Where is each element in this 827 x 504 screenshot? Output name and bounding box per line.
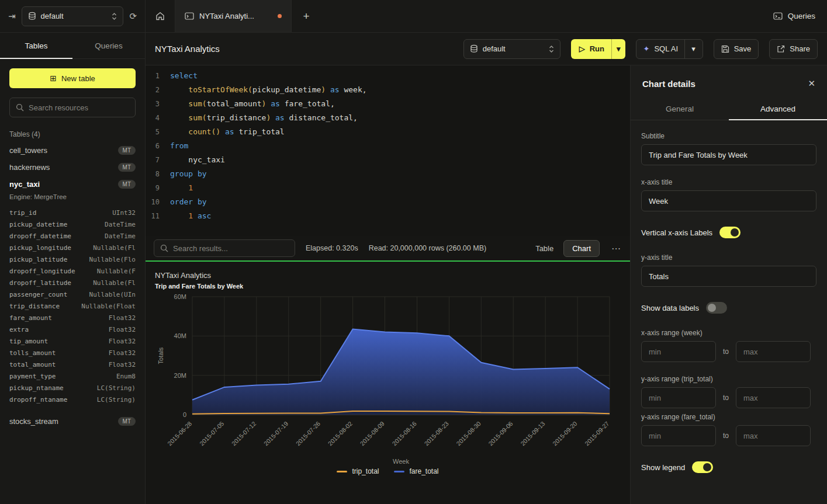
- show-data-labels-toggle[interactable]: [706, 302, 727, 314]
- vertical-x-labels-toggle[interactable]: [719, 227, 741, 238]
- view-table-button[interactable]: Table: [527, 240, 562, 257]
- save-icon: [721, 45, 729, 53]
- sql-ai-chevron-icon[interactable]: ▾: [691, 44, 695, 53]
- y-axis-range-fare-field: y-axis range (fare_total) to: [641, 413, 816, 446]
- show-legend-toggle[interactable]: [692, 461, 713, 473]
- table-name: stocks_stream: [9, 417, 58, 426]
- queries-button[interactable]: Queries: [773, 12, 815, 20]
- legend-item-trip_total[interactable]: trip_total: [337, 467, 379, 475]
- results-more-options-icon[interactable]: ⋯: [610, 243, 622, 254]
- share-icon: [777, 45, 785, 53]
- line-number: 6: [146, 139, 170, 153]
- tab-advanced[interactable]: Advanced: [729, 98, 827, 120]
- collapse-sidebar-icon[interactable]: ⇥: [8, 12, 16, 20]
- code-line[interactable]: 5 count() as trip_total: [146, 125, 630, 139]
- chart-area: 020M40M60M2015-06-282015-07-052015-07-12…: [155, 291, 621, 467]
- new-tab-button[interactable]: +: [292, 0, 321, 32]
- database-selector[interactable]: default: [22, 6, 124, 26]
- line-number: 7: [146, 153, 170, 167]
- code-line[interactable]: 9 1: [146, 181, 630, 195]
- sidebar-tab-queries[interactable]: Queries: [72, 33, 145, 58]
- code-line[interactable]: 11 1 asc: [146, 209, 630, 223]
- y-axis-title-input[interactable]: [641, 266, 816, 287]
- top-bar: ⇥ default ⟳ NYTaxi Analyti...: [0, 0, 827, 33]
- y-axis-range-fare-label: y-axis range (fare_total): [641, 413, 816, 421]
- engine-badge: MT: [118, 417, 136, 426]
- run-options-chevron[interactable]: ▾: [611, 39, 625, 59]
- tab-title: NYTaxi Analyti...: [199, 12, 254, 20]
- legend-item-fare_total[interactable]: fare_total: [394, 467, 438, 475]
- run-label: Run: [590, 44, 604, 53]
- panel-title: Chart details: [642, 79, 695, 89]
- x-axis-title-input[interactable]: [641, 190, 816, 211]
- y-range-trip-min-input[interactable]: [641, 387, 716, 408]
- search-results-input[interactable]: [173, 244, 289, 253]
- topbar-right-section: Queries: [773, 12, 827, 20]
- tables-count-label: Tables (4): [0, 126, 145, 142]
- y-axis-range-trip-label: y-axis range (trip_total): [641, 375, 816, 383]
- x-axis-range-label: x-axis range (week): [641, 329, 816, 337]
- engine-badge: MT: [118, 163, 136, 172]
- x-tick-label: 2015-09-06: [487, 420, 514, 447]
- search-icon: [160, 244, 168, 252]
- sql-editor[interactable]: 1select2 toStartOfWeek(pickup_datetime) …: [146, 65, 630, 236]
- table-item-cell_towers[interactable]: cell_towersMT: [0, 142, 145, 159]
- sql-ai-label: SQL AI: [654, 44, 678, 53]
- table-item-nyc_taxi[interactable]: nyc_taxiMT: [0, 176, 145, 193]
- table-item-hackernews[interactable]: hackernewsMT: [0, 159, 145, 176]
- x-axis-title: Week: [393, 458, 409, 465]
- save-button[interactable]: Save: [714, 39, 759, 59]
- sql-ai-button[interactable]: ✦ SQL AI ▾: [636, 39, 703, 59]
- results-toolbar: Elapsed: 0.320s Read: 20,000,000 rows (2…: [146, 236, 630, 260]
- elapsed-time: Elapsed: 0.320s: [306, 244, 358, 252]
- x-tick-label: 2015-09-20: [551, 420, 579, 447]
- code-line[interactable]: 1select: [146, 69, 630, 83]
- home-icon[interactable]: [146, 0, 175, 32]
- code-line[interactable]: 10order by: [146, 195, 630, 209]
- y-range-fare-min-input[interactable]: [641, 425, 716, 446]
- new-table-button[interactable]: ⊞ New table: [9, 68, 136, 88]
- code-line[interactable]: 3 sum(total_amount) as fare_total,: [146, 97, 630, 111]
- query-header: NYTaxi Analytics default ▷ Run ▾ ✦: [146, 33, 827, 65]
- code-line[interactable]: 8group by: [146, 167, 630, 181]
- database-icon: [470, 44, 478, 53]
- table-grid-icon: ⊞: [50, 74, 57, 83]
- show-data-labels-row: Show data labels: [641, 302, 816, 314]
- close-icon[interactable]: ✕: [808, 78, 815, 89]
- search-resources-input[interactable]: [29, 103, 129, 112]
- panel-header: Chart details ✕: [631, 65, 827, 98]
- engine-badge: MT: [118, 180, 136, 189]
- x-range-max-input[interactable]: [736, 341, 811, 362]
- fare-total-area[interactable]: [192, 329, 610, 415]
- view-switcher: Table Chart: [527, 240, 600, 257]
- sidebar-tab-tables[interactable]: Tables: [0, 33, 72, 58]
- code-line[interactable]: 7 nyc_taxi: [146, 153, 630, 167]
- share-button[interactable]: Share: [769, 39, 818, 59]
- chart-panel: NYTaxi Analytics Trip and Fare Totals by…: [146, 262, 630, 504]
- run-button[interactable]: ▷ Run ▾: [571, 39, 625, 59]
- tab-nytaxi-analytics[interactable]: NYTaxi Analyti...: [175, 0, 292, 32]
- subtitle-input[interactable]: [641, 144, 816, 165]
- show-legend-row: Show legend: [641, 461, 816, 473]
- code-line[interactable]: 2 toStartOfWeek(pickup_datetime) as week…: [146, 83, 630, 97]
- y-axis-title: Totals: [157, 347, 164, 364]
- x-range-min-input[interactable]: [641, 341, 716, 362]
- x-axis-title-label: x-axis title: [641, 178, 816, 186]
- y-range-fare-max-input[interactable]: [736, 425, 811, 446]
- view-chart-button[interactable]: Chart: [563, 240, 600, 257]
- play-icon: ▷: [579, 44, 585, 53]
- code-line[interactable]: 4 sum(trip_distance) as distance_total,: [146, 111, 630, 125]
- tab-general[interactable]: General: [631, 98, 729, 120]
- table-item-stocks_stream[interactable]: stocks_streamMT: [0, 413, 145, 430]
- results-search: [154, 239, 295, 257]
- line-number: 3: [146, 97, 170, 111]
- code-line[interactable]: 6from: [146, 139, 630, 153]
- y-range-trip-max-input[interactable]: [736, 387, 811, 408]
- x-tick-label: 2015-08-02: [327, 420, 354, 447]
- engine-label: Engine: MergeTree: [0, 193, 145, 206]
- run-database-selector[interactable]: default: [463, 39, 560, 59]
- x-tick-label: 2015-09-27: [583, 420, 611, 447]
- refresh-icon[interactable]: ⟳: [129, 12, 137, 20]
- to-label: to: [723, 432, 729, 440]
- new-table-label: New table: [61, 74, 95, 83]
